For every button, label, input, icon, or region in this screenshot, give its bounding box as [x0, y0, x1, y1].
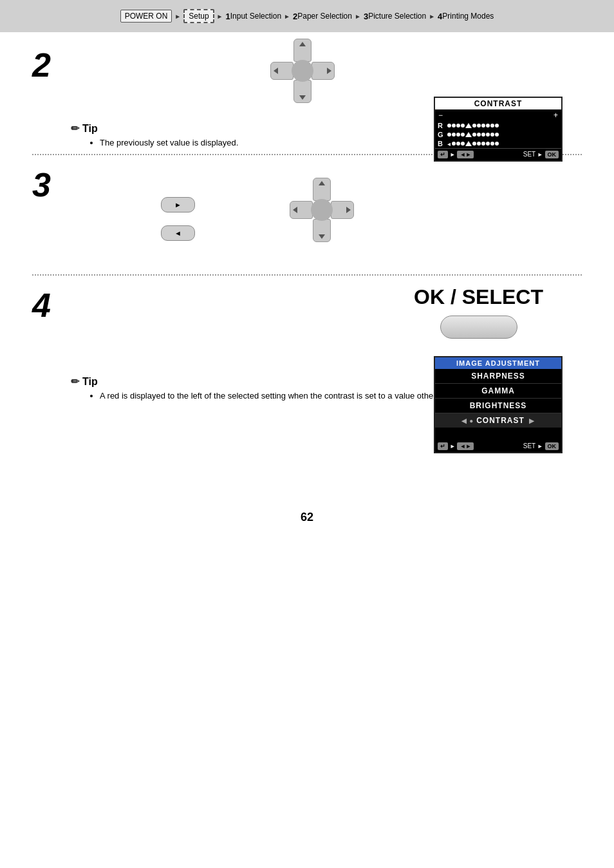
nav-input-selection: 1Input Selection [225, 12, 281, 21]
dot [461, 124, 465, 127]
dot [472, 142, 476, 146]
contrast-title: CONTRAST [435, 98, 561, 109]
dot [495, 133, 499, 137]
nav-arrow-1: ► [174, 13, 181, 20]
dot [486, 142, 490, 146]
dpad-control[interactable] [270, 39, 335, 103]
ok-select-label: OK / SELECT [414, 285, 543, 309]
dpad-down[interactable] [293, 80, 312, 103]
step3-buttons: ► ◄ [161, 197, 195, 241]
img-back-btn: ↵ [438, 442, 448, 450]
step3-number: 3 [32, 168, 71, 202]
tip1-label: Tip [82, 123, 98, 135]
dot-pointer [465, 123, 472, 128]
step2-number: 2 [32, 48, 71, 82]
b-dot-bar [452, 141, 499, 146]
dot [486, 133, 490, 137]
ok-select-area: OK / SELECT [414, 285, 543, 339]
img-footer-left: ↵ ► ◄► [438, 442, 474, 450]
nav-picture-selection: 3Picture Selection [364, 12, 426, 21]
dpad-center [292, 60, 313, 82]
dpad-right[interactable] [312, 62, 335, 80]
dpad3-up[interactable] [313, 178, 331, 201]
dot [461, 133, 465, 137]
left-arrow-button[interactable]: ◄ [161, 225, 195, 241]
step4-inner: OK / SELECT [84, 285, 582, 339]
contrast-minus: − [438, 111, 443, 120]
dot [495, 124, 499, 127]
dot [490, 133, 494, 137]
dpad-up[interactable] [293, 39, 312, 62]
dot [477, 142, 481, 146]
nav-arrow-3: ► [284, 13, 290, 20]
dot-pointer [465, 132, 472, 137]
dot [490, 142, 494, 146]
img-adj-brightness: BRIGHTNESS [435, 399, 561, 413]
nav-arrow-4: ► [355, 13, 361, 20]
step4-number: 4 [32, 288, 71, 322]
contrast-screen: CONTRAST − + R [434, 97, 563, 162]
page-number: 62 [32, 498, 582, 543]
dpad-control-3[interactable] [290, 178, 354, 242]
main-content: 2 CONTRAST − + R [0, 32, 614, 556]
dot [481, 133, 485, 137]
dot-pointer [465, 141, 472, 146]
nav-btn: ◄► [457, 151, 474, 158]
red-dot-indicator: ● [469, 417, 474, 424]
dot [490, 124, 494, 127]
dpad3-left[interactable] [290, 201, 313, 219]
dot [486, 124, 490, 127]
image-adj-box: IMAGE ADJUSTMENT SHARPNESS GAMMA BRIGHTN… [434, 356, 563, 453]
img-adj-contrast-row: ◀ ● CONTRAST ▶ [435, 413, 561, 428]
dpad3-right[interactable] [331, 201, 354, 219]
dot [495, 142, 499, 146]
contrast-right-arrow: ▶ [527, 417, 537, 424]
top-navigation: POWER ON ► Setup ► 1Input Selection ► 2P… [0, 0, 614, 32]
dot [461, 142, 465, 146]
img-adj-contrast-label: CONTRAST [476, 416, 525, 425]
nav-setup: Setup [183, 9, 214, 23]
g-dot-bar [447, 132, 499, 137]
dot [452, 142, 456, 146]
b-bar: ◂ [447, 140, 559, 147]
dot [456, 133, 460, 137]
dpad-left[interactable] [270, 62, 293, 80]
contrast-g-row: G [435, 130, 561, 139]
contrast-r-row: R [435, 121, 561, 130]
g-label: G [438, 131, 447, 138]
nav-arrow-2: ► [217, 13, 223, 20]
r-label: R [438, 122, 447, 129]
dot [481, 142, 485, 146]
contrast-plus-minus: − + [435, 109, 561, 121]
footer-right: SET ► OK [523, 151, 559, 158]
dot [477, 133, 481, 137]
tip2-label: Tip [82, 376, 98, 388]
dot [456, 142, 460, 146]
right-arrow-button[interactable]: ► [161, 197, 195, 212]
g-bar [447, 132, 559, 137]
dpad3-center [311, 199, 333, 221]
power-on-label: POWER ON [120, 10, 172, 23]
dot [472, 133, 476, 137]
dot [447, 133, 451, 137]
b-label: B [438, 140, 447, 147]
img-adj-gamma: GAMMA [435, 384, 561, 399]
setup-label: Setup [183, 9, 214, 23]
footer-left: ↵ ► ◄► [438, 151, 474, 158]
step2-wrapper: 2 CONTRAST − + R [32, 45, 582, 147]
img-adj-footer: ↵ ► ◄► SET ► OK [435, 440, 561, 452]
dpad3-down[interactable] [313, 219, 331, 242]
dot [447, 124, 451, 127]
ok-btn: OK [545, 151, 559, 158]
step3-dpad [290, 178, 354, 242]
dot [477, 124, 481, 127]
ok-select-button[interactable] [440, 316, 517, 339]
nav-paper-selection: 2Paper Selection [293, 12, 352, 21]
step3-area: 3 ► ◄ [32, 165, 582, 268]
contrast-b-row: B ◂ [435, 139, 561, 148]
step2-dpad [270, 39, 335, 103]
divider-2 [32, 274, 582, 276]
dot [452, 133, 456, 137]
dot [472, 124, 476, 127]
r-dot-bar [447, 123, 499, 128]
